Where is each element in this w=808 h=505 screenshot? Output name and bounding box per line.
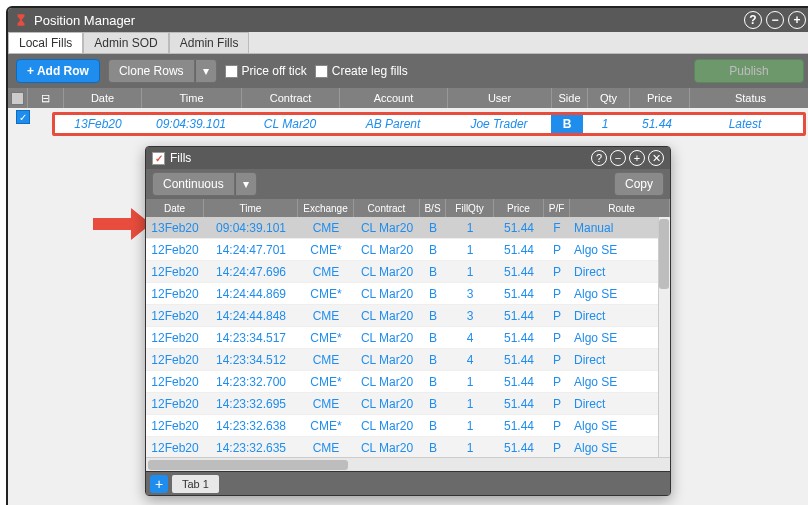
fills-window: ✓ Fills ? − + ✕ Continuous ▾ Copy Date T… (145, 146, 671, 496)
row-checkbox[interactable]: ✓ (16, 110, 30, 124)
fcol-time[interactable]: Time (204, 199, 298, 217)
price-off-tick-checkbox[interactable]: Price off tick (225, 64, 307, 78)
fills-cell: B (420, 419, 446, 433)
fcol-bs[interactable]: B/S (420, 199, 446, 217)
fills-cell: 51.44 (494, 221, 544, 235)
col-contract[interactable]: Contract (242, 88, 340, 108)
fcol-exchange[interactable]: Exchange (298, 199, 354, 217)
horizontal-scrollbar[interactable] (146, 457, 670, 471)
fills-help-icon[interactable]: ? (591, 150, 607, 166)
fcol-date[interactable]: Date (146, 199, 204, 217)
fills-close-icon[interactable]: ✕ (648, 150, 664, 166)
fills-body[interactable]: 13Feb2009:04:39.101CMECL Mar20B151.44FMa… (146, 217, 670, 457)
hourglass-icon (14, 13, 28, 27)
mode-button[interactable]: Continuous (152, 172, 235, 196)
col-time[interactable]: Time (142, 88, 242, 108)
fills-minimize-icon[interactable]: − (610, 150, 626, 166)
col-qty[interactable]: Qty (588, 88, 630, 108)
tab-local-fills[interactable]: Local Fills (8, 32, 83, 53)
add-row-button[interactable]: + Add Row (16, 59, 100, 83)
fills-cell: 12Feb20 (146, 419, 204, 433)
clone-rows-dropdown[interactable]: ▾ (195, 59, 217, 83)
fills-cell: 51.44 (494, 287, 544, 301)
fills-titlebar[interactable]: ✓ Fills ? − + ✕ (146, 147, 670, 169)
fills-cell: 14:24:44.848 (204, 309, 298, 323)
fills-cell: B (420, 441, 446, 455)
fills-cell: B (420, 309, 446, 323)
fills-cell: CL Mar20 (354, 331, 420, 345)
fcol-route[interactable]: Route (570, 199, 670, 217)
publish-button[interactable]: Publish (694, 59, 804, 83)
fills-row[interactable]: 12Feb2014:24:47.701CME*CL Mar20B151.44PA… (146, 239, 670, 261)
fills-cell: CME* (298, 243, 354, 257)
fills-row[interactable]: 12Feb2014:23:32.700CME*CL Mar20B151.44PA… (146, 371, 670, 393)
fills-cell: 14:23:32.695 (204, 397, 298, 411)
fills-cell: CL Mar20 (354, 221, 420, 235)
fills-cell: Algo SE (570, 287, 670, 301)
fills-cell: 12Feb20 (146, 441, 204, 455)
fills-cell: 12Feb20 (146, 309, 204, 323)
fills-cell: Algo SE (570, 243, 670, 257)
fills-cell: 1 (446, 441, 494, 455)
bottom-tab-1[interactable]: Tab 1 (172, 475, 219, 493)
minimize-icon[interactable]: − (766, 11, 784, 29)
clone-rows-button[interactable]: Clone Rows (108, 59, 195, 83)
fcol-price[interactable]: Price (494, 199, 544, 217)
fills-cell: CL Mar20 (354, 375, 420, 389)
fills-cell: B (420, 397, 446, 411)
fills-cell: B (420, 353, 446, 367)
fills-cell: CME (298, 397, 354, 411)
fcol-contract[interactable]: Contract (354, 199, 420, 217)
fills-cell: B (420, 375, 446, 389)
fcol-fillqty[interactable]: FillQty (446, 199, 494, 217)
tab-admin-sod[interactable]: Admin SOD (83, 32, 168, 53)
fills-row[interactable]: 12Feb2014:24:47.696CMECL Mar20B151.44PDi… (146, 261, 670, 283)
fills-row[interactable]: 12Feb2014:23:32.638CME*CL Mar20B151.44PA… (146, 415, 670, 437)
create-leg-fills-checkbox[interactable]: Create leg fills (315, 64, 408, 78)
fills-cell: 1 (446, 397, 494, 411)
tab-admin-fills[interactable]: Admin Fills (169, 32, 250, 53)
fills-row[interactable]: 12Feb2014:24:44.848CMECL Mar20B351.44PDi… (146, 305, 670, 327)
pm-toolbar: + Add Row Clone Rows ▾ Price off tick Cr… (8, 54, 808, 88)
fills-cell: P (544, 243, 570, 257)
fills-row[interactable]: 13Feb2009:04:39.101CMECL Mar20B151.44FMa… (146, 217, 670, 239)
fills-cell: P (544, 397, 570, 411)
fills-cell: Algo SE (570, 375, 670, 389)
copy-button[interactable]: Copy (614, 172, 664, 196)
vertical-scrollbar[interactable] (658, 217, 670, 457)
fills-row[interactable]: 12Feb2014:23:32.635CMECL Mar20B151.44PAl… (146, 437, 670, 457)
help-icon[interactable]: ? (744, 11, 762, 29)
price-off-tick-label: Price off tick (242, 64, 307, 78)
expand-col[interactable]: ⊟ (28, 88, 64, 108)
fills-cell: P (544, 441, 570, 455)
fills-row[interactable]: 12Feb2014:24:44.869CME*CL Mar20B351.44PA… (146, 283, 670, 305)
fills-cell: 51.44 (494, 375, 544, 389)
col-date[interactable]: Date (64, 88, 142, 108)
hscroll-thumb[interactable] (148, 460, 348, 470)
col-account[interactable]: Account (340, 88, 448, 108)
mode-dropdown[interactable]: ▾ (235, 172, 257, 196)
fills-check-icon[interactable]: ✓ (152, 152, 165, 165)
fills-title-text: Fills (170, 151, 191, 165)
col-user[interactable]: User (448, 88, 552, 108)
maximize-icon[interactable]: + (788, 11, 806, 29)
fills-cell: 12Feb20 (146, 243, 204, 257)
fills-cell: 14:24:47.701 (204, 243, 298, 257)
fills-cell: P (544, 309, 570, 323)
select-all-checkbox[interactable] (11, 92, 24, 105)
scroll-thumb[interactable] (659, 219, 669, 289)
col-price[interactable]: Price (630, 88, 690, 108)
col-status[interactable]: Status (690, 88, 808, 108)
fills-cell: 1 (446, 375, 494, 389)
col-side[interactable]: Side (552, 88, 588, 108)
pm-titlebar: Position Manager ? − + (8, 8, 808, 32)
fills-row[interactable]: 12Feb2014:23:34.512CMECL Mar20B451.44PDi… (146, 349, 670, 371)
fills-row[interactable]: 12Feb2014:23:34.517CME*CL Mar20B451.44PA… (146, 327, 670, 349)
pm-tabs: Local Fills Admin SOD Admin Fills (8, 32, 808, 54)
row-time: 09:04:39.101 (141, 117, 241, 131)
fcol-pf[interactable]: P/F (544, 199, 570, 217)
fills-maximize-icon[interactable]: + (629, 150, 645, 166)
add-tab-button[interactable]: + (150, 475, 168, 493)
fills-row[interactable]: 12Feb2014:23:32.695CMECL Mar20B151.44PDi… (146, 393, 670, 415)
pm-selected-row[interactable]: 13Feb20 09:04:39.101 CL Mar20 AB Parent … (52, 112, 806, 136)
